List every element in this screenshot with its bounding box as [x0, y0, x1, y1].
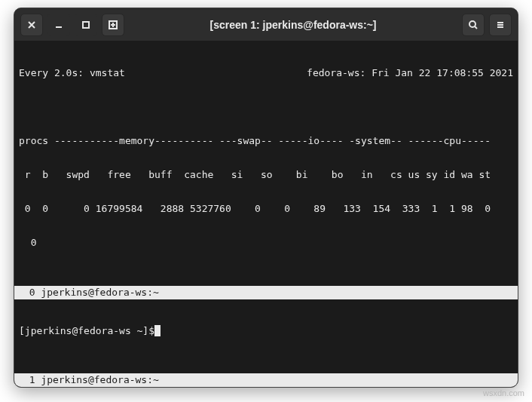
vmstat-headers: r b swpd free buff cache si so bi bo in … — [19, 169, 513, 180]
svg-point-2 — [469, 21, 475, 27]
new-tab-icon — [108, 20, 118, 30]
shell-prompt: [jperkins@fedora-ws ~]$ — [19, 325, 154, 336]
hamburger-icon — [495, 20, 506, 30]
maximize-button[interactable] — [75, 14, 97, 36]
vmstat-row-wrap: 0 — [19, 237, 513, 248]
cursor-block — [154, 325, 161, 336]
terminal-window: [screen 1: jperkins@fedora-ws:~] Every 2… — [14, 8, 518, 388]
maximize-icon — [81, 20, 91, 30]
terminal-area[interactable]: Every 2.0s: vmstat fedora-ws: Fri Jan 22… — [14, 41, 518, 387]
titlebar: [screen 1: jperkins@fedora-ws:~] — [14, 8, 518, 41]
menu-button[interactable] — [489, 14, 512, 36]
minimize-button[interactable] — [47, 14, 70, 36]
watermark-text: wsxdn.com — [483, 388, 524, 397]
search-icon — [468, 20, 478, 30]
close-icon — [26, 20, 37, 30]
screen-status-pane-1: 1 jperkins@fedora-ws:~ — [14, 373, 518, 387]
svg-rect-0 — [83, 22, 89, 28]
vmstat-row: 0 0 0 16799584 2888 5327760 0 0 89 133 1… — [19, 203, 513, 214]
search-button[interactable] — [462, 14, 485, 36]
screen-status-pane-0: 0 jperkins@fedora-ws:~ — [14, 286, 518, 299]
screen-pane-0[interactable]: Every 2.0s: vmstat fedora-ws: Fri Jan 22… — [14, 41, 518, 286]
new-tab-button[interactable] — [102, 14, 124, 36]
vmstat-sections: procs -----------memory---------- ---swa… — [19, 135, 513, 146]
watch-header-left: Every 2.0s: vmstat — [19, 67, 125, 78]
screen-pane-1[interactable]: [jperkins@fedora-ws ~]$ — [14, 299, 518, 374]
window-title: [screen 1: jperkins@fedora-ws:~] — [129, 19, 457, 31]
watch-header-right: fedora-ws: Fri Jan 22 17:08:55 2021 — [307, 67, 513, 78]
minimize-icon — [54, 20, 64, 30]
close-button[interactable] — [20, 14, 43, 36]
